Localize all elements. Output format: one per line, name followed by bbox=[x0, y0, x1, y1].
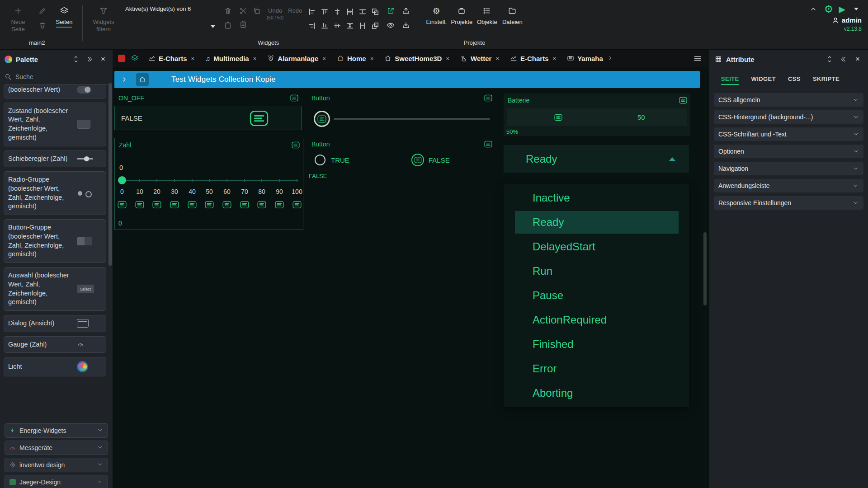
section-anwendungsleiste[interactable]: Anwendungsleiste bbox=[714, 179, 863, 192]
search-input[interactable] bbox=[15, 73, 108, 80]
match-height-icon[interactable] bbox=[357, 20, 368, 31]
select-option-delayedstart[interactable]: DelayedStart bbox=[504, 235, 689, 259]
select-option-actionrequired[interactable]: ActionRequired bbox=[504, 308, 689, 332]
view-canvas[interactable]: Test Widgets Collection Kopie ON_OFF FAL… bbox=[113, 67, 709, 488]
false-radio-button[interactable] bbox=[411, 154, 424, 166]
close-tab-icon[interactable]: × bbox=[191, 55, 195, 62]
align-center-h-icon[interactable] bbox=[332, 6, 343, 17]
clone-widget-button[interactable] bbox=[222, 20, 233, 31]
widget-menu-icon[interactable] bbox=[292, 141, 300, 149]
close-tab-icon[interactable]: × bbox=[322, 55, 326, 62]
palette-group-energie-widgets[interactable]: Energie-Widgets bbox=[5, 423, 108, 438]
tab-widget[interactable]: WIDGET bbox=[751, 73, 776, 85]
paste-button[interactable] bbox=[238, 19, 249, 30]
number-step-button[interactable] bbox=[292, 200, 302, 209]
view-tab-home[interactable]: Home × bbox=[332, 50, 378, 67]
number-step-button[interactable] bbox=[152, 200, 161, 209]
on-off-display[interactable]: FALSE bbox=[114, 106, 302, 130]
palette-item-radio-gruppe[interactable]: Radio-Gruppe (boolescher Wert, Zahl, Zei… bbox=[4, 171, 106, 215]
delete-widgets-button[interactable] bbox=[222, 5, 233, 16]
copy-button[interactable] bbox=[251, 5, 262, 16]
export-widgets-button[interactable] bbox=[401, 5, 411, 16]
section-css-hintergrund[interactable]: CSS-Hintergrund (background-...) bbox=[714, 110, 863, 124]
number-step-button[interactable] bbox=[188, 200, 197, 209]
select-option-error[interactable]: Error bbox=[504, 357, 689, 381]
files-button[interactable]: Dateien bbox=[500, 5, 524, 25]
number-step-button[interactable] bbox=[240, 200, 249, 209]
widget-select[interactable]: Ready Inactive Ready DelayedStart Run Pa… bbox=[504, 121, 689, 419]
close-tab-icon[interactable]: × bbox=[253, 55, 257, 62]
view-tab-yamaha[interactable]: Yamaha bbox=[562, 50, 618, 67]
open-view-new-window-button[interactable] bbox=[385, 5, 396, 16]
widget-menu-icon[interactable] bbox=[679, 96, 687, 104]
align-top-icon[interactable] bbox=[319, 6, 330, 17]
align-center-v-icon[interactable] bbox=[332, 20, 343, 31]
palette-group-inventwo-design[interactable]: inventwo design bbox=[5, 458, 108, 472]
objects-button[interactable]: Objekte bbox=[475, 5, 499, 25]
palette-item-switch[interactable]: (boolescher Wert) bbox=[4, 85, 106, 99]
run-project-button[interactable]: ▶ bbox=[839, 4, 845, 14]
settings-gear-button[interactable]: ⚙ bbox=[824, 4, 834, 14]
view-tab-wetter[interactable]: Wetter × bbox=[455, 50, 504, 67]
view-tab-multimedia[interactable]: ♫ Multimedia × bbox=[200, 50, 261, 67]
tab-seite[interactable]: SEITE bbox=[721, 73, 739, 85]
views-menu-button[interactable] bbox=[693, 54, 702, 63]
select-option-pause[interactable]: Pause bbox=[504, 283, 689, 308]
section-navigation[interactable]: Navigation bbox=[714, 162, 863, 175]
palette-item-schieberegler[interactable]: Schieberegler (Zahl) bbox=[4, 150, 106, 168]
chevron-right-icon[interactable] bbox=[607, 55, 613, 62]
widget-button-pair[interactable]: Button TRUE FALSE FALSE bbox=[307, 137, 495, 183]
on-off-button-icon[interactable] bbox=[249, 110, 269, 127]
select-input[interactable]: Ready bbox=[504, 145, 689, 173]
projects-button[interactable]: Projekte bbox=[450, 5, 473, 25]
align-bottom-icon[interactable] bbox=[319, 20, 330, 31]
dock-panel-button[interactable] bbox=[839, 54, 849, 64]
slider-track[interactable] bbox=[334, 118, 490, 120]
view-tab-alarmanlage[interactable]: Alarmanlage × bbox=[262, 50, 331, 67]
view-tab-e-charts-1[interactable]: E-Charts × bbox=[143, 50, 199, 67]
active-widgets-select[interactable]: Aktive(s) Widget(s) von 6 bbox=[125, 5, 218, 31]
palette-item-zustand[interactable]: Zustand (boolescher Wert, Zahl, Zeichenf… bbox=[4, 103, 106, 146]
widget-slider-button[interactable]: Button bbox=[307, 91, 495, 133]
view-tab-sweethome3d[interactable]: SweetHome3D × bbox=[379, 50, 454, 67]
number-slider-track[interactable] bbox=[121, 180, 298, 181]
number-step-button[interactable] bbox=[135, 200, 144, 209]
select-option-ready[interactable]: Ready bbox=[515, 211, 679, 234]
distribute-h-icon[interactable] bbox=[344, 6, 355, 17]
number-step-button[interactable] bbox=[275, 200, 284, 209]
cut-button[interactable] bbox=[238, 5, 249, 16]
rename-page-button[interactable] bbox=[37, 5, 48, 16]
preview-button[interactable] bbox=[385, 20, 396, 31]
pages-button[interactable]: Seiten bbox=[52, 5, 76, 28]
tab-skripte[interactable]: SKRIPTE bbox=[813, 73, 840, 85]
select-option-run[interactable]: Run bbox=[504, 259, 689, 283]
tab-css[interactable]: CSS bbox=[788, 73, 801, 85]
unfold-panel-button[interactable] bbox=[825, 54, 835, 64]
paste-size-icon[interactable] bbox=[370, 20, 381, 31]
select-option-aborting[interactable]: Aborting bbox=[504, 381, 689, 405]
section-optionen[interactable]: Optionen bbox=[714, 145, 863, 158]
palette-item-gauge[interactable]: Gauge (Zahl) bbox=[4, 336, 106, 353]
number-step-button[interactable] bbox=[205, 200, 214, 209]
palette-item-dialog[interactable]: Dialog (Ansicht) bbox=[4, 315, 106, 332]
close-tab-icon[interactable]: × bbox=[446, 55, 449, 62]
select-option-finished[interactable]: Finished bbox=[504, 332, 689, 357]
filter-widgets-button[interactable]: Widgets filtern bbox=[89, 5, 118, 33]
unfold-panel-button[interactable] bbox=[71, 54, 81, 64]
close-attributes-button[interactable]: × bbox=[853, 54, 863, 64]
number-step-button[interactable] bbox=[257, 200, 266, 209]
widget-menu-icon[interactable] bbox=[290, 94, 298, 102]
section-css-schriftart[interactable]: CSS-Schriftart und -Text bbox=[714, 127, 863, 141]
close-palette-button[interactable]: × bbox=[98, 54, 108, 64]
true-radio-button[interactable] bbox=[315, 155, 326, 165]
align-right-icon[interactable] bbox=[307, 20, 317, 31]
dock-panel-button[interactable] bbox=[85, 54, 94, 64]
section-responsive-einstellungen[interactable]: Responsive Einstellungen bbox=[714, 196, 863, 210]
widget-menu-icon[interactable] bbox=[484, 94, 492, 102]
add-page-button[interactable]: Neue Seite bbox=[4, 5, 33, 33]
palette-item-button-gruppe[interactable]: Button-Gruppe (boolescher Wert, Zahl, Ze… bbox=[4, 219, 106, 263]
user-info[interactable]: admin bbox=[832, 16, 862, 24]
distribute-v-icon[interactable] bbox=[344, 20, 355, 31]
widget-menu-icon[interactable] bbox=[484, 140, 492, 148]
match-width-icon[interactable] bbox=[357, 6, 368, 17]
